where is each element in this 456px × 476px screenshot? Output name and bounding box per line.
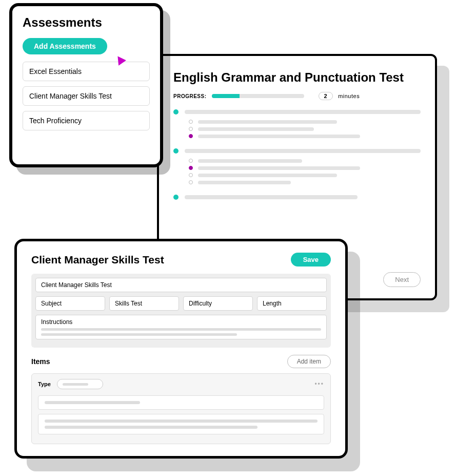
radio-option-selected[interactable] xyxy=(189,134,193,138)
title-field[interactable]: Client Manager Skills Test xyxy=(35,278,327,292)
difficulty-field[interactable]: Difficulty xyxy=(183,296,253,311)
fields-group: Client Manager Skills Test Subject Skill… xyxy=(31,274,331,348)
editor-title: Client Manager Skills Test xyxy=(31,254,164,266)
add-assessments-button[interactable]: Add Assessments xyxy=(23,38,107,54)
radio-option[interactable] xyxy=(189,180,193,184)
radio-option[interactable] xyxy=(189,173,193,177)
assessments-heading: Assessments xyxy=(23,15,150,30)
skills-field[interactable]: Skills Test xyxy=(109,296,179,311)
progress-fill xyxy=(212,94,240,98)
progress-bar xyxy=(212,94,304,98)
add-item-button[interactable]: Add item xyxy=(287,355,331,368)
assessments-panel: Assessments Add Assessments Excel Essent… xyxy=(9,3,163,167)
type-label: Type xyxy=(38,381,51,387)
radio-option-selected[interactable] xyxy=(189,166,193,170)
item-card: Type ••• xyxy=(31,373,331,444)
editor-panel: Client Manager Skills Test Save Client M… xyxy=(14,239,348,459)
progress-label: PROGRESS: xyxy=(173,93,207,99)
question-marker xyxy=(173,195,179,200)
more-icon[interactable]: ••• xyxy=(314,380,324,388)
radio-option[interactable] xyxy=(189,127,193,131)
items-heading: Items xyxy=(31,357,50,366)
assessment-item[interactable]: Excel Essentials xyxy=(23,62,150,81)
item-answer-field[interactable] xyxy=(38,414,324,434)
question-marker xyxy=(173,109,179,115)
test-title: English Grammar and Punctuation Test xyxy=(173,70,421,85)
subject-field[interactable]: Subject xyxy=(35,296,105,311)
length-field[interactable]: Length xyxy=(257,296,327,311)
assessment-item[interactable]: Client Manager Skills Test xyxy=(23,86,150,106)
type-select[interactable] xyxy=(57,379,103,389)
question-marker xyxy=(173,148,179,154)
assessment-item[interactable]: Tech Proficiency xyxy=(23,111,150,130)
radio-option[interactable] xyxy=(189,159,193,163)
instructions-field[interactable]: Instructions xyxy=(35,315,327,339)
save-button[interactable]: Save xyxy=(291,253,331,266)
radio-option[interactable] xyxy=(189,120,193,124)
minutes-label: minutes xyxy=(338,93,360,99)
minutes-pill: 2 xyxy=(319,92,333,100)
item-question-field[interactable] xyxy=(38,395,324,410)
next-button[interactable]: Next xyxy=(383,272,421,287)
